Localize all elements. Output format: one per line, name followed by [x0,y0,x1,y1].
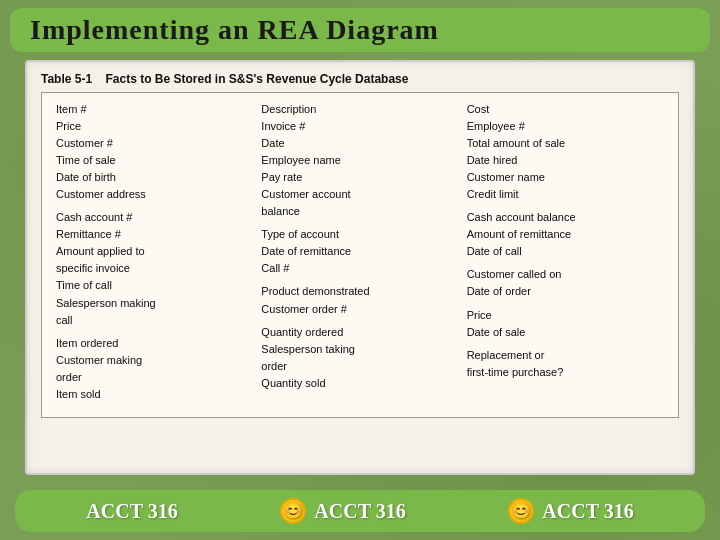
group-3-5: Replacement or first-time purchase? [467,347,664,381]
item-1: Item # [56,101,253,118]
item-46: Date of sale [467,324,664,341]
item-26: Date of remittance [261,243,458,260]
item-39: Credit limit [467,186,664,203]
item-5: Date of birth [56,169,253,186]
item-23: Customer account [261,186,458,203]
item-28: Product demonstrated [261,283,458,300]
footer-item-1: ACCT 316 [86,500,177,523]
item-19: Invoice # [261,118,458,135]
item-47: Replacement or [467,347,664,364]
item-24: balance [261,203,458,220]
group-2-4: Quantity ordered Salesperson taking orde… [261,324,458,392]
item-14: Item ordered [56,335,253,352]
table-title: Table 5-1 Facts to Be Stored in S&S's Re… [41,72,679,86]
item-31: Salesperson taking [261,341,458,358]
item-34: Cost [467,101,664,118]
item-9: Amount applied to [56,243,253,260]
group-1-1: Item # Price Customer # Time of sale Dat… [56,101,253,203]
table-grid: Item # Price Customer # Time of sale Dat… [52,101,668,409]
item-12: Salesperson making [56,295,253,312]
item-32: order [261,358,458,375]
group-3-4: Price Date of sale [467,307,664,341]
item-22: Pay rate [261,169,458,186]
footer-label-2: ACCT 316 [314,500,405,523]
item-15: Customer making [56,352,253,369]
item-7: Cash account # [56,209,253,226]
table-col-1: Item # Price Customer # Time of sale Dat… [52,101,257,409]
table-col-2: Description Invoice # Date Employee name… [257,101,462,409]
group-3-2: Cash account balance Amount of remittanc… [467,209,664,260]
item-3: Customer # [56,135,253,152]
table-col-3: Cost Employee # Total amount of sale Dat… [463,101,668,409]
group-2-1: Description Invoice # Date Employee name… [261,101,458,220]
item-42: Date of call [467,243,664,260]
item-38: Customer name [467,169,664,186]
item-20: Date [261,135,458,152]
footer-item-2: 😊 ACCT 316 [280,498,405,524]
item-33: Quantity sold [261,375,458,392]
item-35: Employee # [467,118,664,135]
footer-item-3: 😊 ACCT 316 [508,498,633,524]
item-10: specific invoice [56,260,253,277]
title-bar: Implementing an REA Diagram [10,8,710,52]
item-25: Type of account [261,226,458,243]
table-label: Table 5-1 [41,72,92,86]
item-8: Remittance # [56,226,253,243]
item-29: Customer order # [261,301,458,318]
footer-label-1: ACCT 316 [86,500,177,523]
group-3-3: Customer called on Date of order [467,266,664,300]
item-27: Call # [261,260,458,277]
smiley-icon-1: 😊 [280,498,306,524]
smiley-icon-2: 😊 [508,498,534,524]
item-45: Price [467,307,664,324]
item-41: Amount of remittance [467,226,664,243]
item-40: Cash account balance [467,209,664,226]
item-18: Description [261,101,458,118]
item-16: order [56,369,253,386]
table-description: Facts to Be Stored in S&S's Revenue Cycl… [105,72,408,86]
item-4: Time of sale [56,152,253,169]
item-11: Time of call [56,277,253,294]
item-21: Employee name [261,152,458,169]
footer-bar: ACCT 316 😊 ACCT 316 😊 ACCT 316 [15,490,705,532]
group-2-3: Product demonstrated Customer order # [261,283,458,317]
item-44: Date of order [467,283,664,300]
item-6: Customer address [56,186,253,203]
item-37: Date hired [467,152,664,169]
item-30: Quantity ordered [261,324,458,341]
table-wrapper: Item # Price Customer # Time of sale Dat… [41,92,679,418]
item-2: Price [56,118,253,135]
group-2-2: Type of account Date of remittance Call … [261,226,458,277]
group-3-1: Cost Employee # Total amount of sale Dat… [467,101,664,203]
group-1-3: Item ordered Customer making order Item … [56,335,253,403]
item-17: Item sold [56,386,253,403]
item-36: Total amount of sale [467,135,664,152]
group-1-2: Cash account # Remittance # Amount appli… [56,209,253,328]
item-48: first-time purchase? [467,364,664,381]
item-43: Customer called on [467,266,664,283]
page-title: Implementing an REA Diagram [30,14,690,46]
item-13: call [56,312,253,329]
footer-label-3: ACCT 316 [542,500,633,523]
content-box: Table 5-1 Facts to Be Stored in S&S's Re… [25,60,695,475]
